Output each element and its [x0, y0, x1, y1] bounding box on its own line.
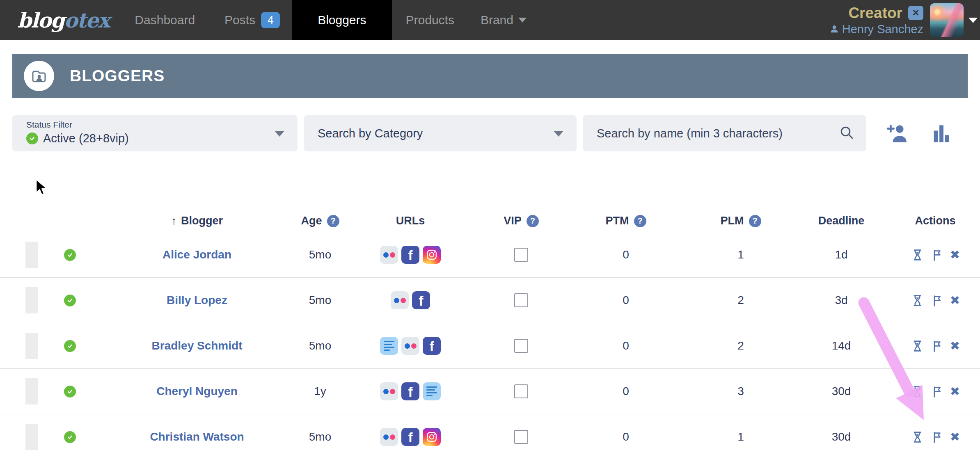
snooze-hourglass-icon[interactable] — [911, 430, 924, 444]
row-actions: ✖ — [891, 278, 980, 323]
drag-handle[interactable] — [25, 333, 38, 359]
vip-checkbox[interactable] — [514, 339, 528, 353]
active-status-icon — [64, 340, 76, 352]
nav-item-posts[interactable]: Posts 4 — [224, 12, 280, 28]
bloggers-folder-icon — [24, 61, 54, 91]
snooze-hourglass-icon[interactable] — [911, 294, 924, 307]
article-icon[interactable] — [423, 382, 441, 400]
flag-icon[interactable] — [930, 430, 944, 444]
nav-label-dashboard: Dashboard — [135, 13, 195, 27]
table-row: Billy Lopez 5mo f 0 2 3d ✖ — [0, 278, 980, 323]
nav-item-bloggers[interactable]: Bloggers — [292, 0, 392, 40]
delete-x-icon[interactable]: ✖ — [950, 384, 960, 398]
header-vip: VIP ? — [480, 210, 562, 232]
flickr-icon[interactable] — [380, 428, 398, 446]
user-menu-chevron-icon[interactable] — [969, 18, 978, 23]
top-nav: blogotex Dashboard Posts 4 Bloggers Prod… — [0, 0, 980, 40]
facebook-icon[interactable]: f — [412, 291, 430, 309]
url-icons: f — [341, 232, 480, 277]
status-filter-dropdown[interactable]: Status Filter Active (28+8vip) — [12, 115, 298, 151]
app-logo[interactable]: blogotex — [17, 8, 109, 32]
table-row: Bradley Schmidt 5mo f 0 2 14d ✖ — [0, 323, 980, 369]
stats-chart-icon[interactable] — [932, 115, 951, 151]
drag-handle[interactable] — [25, 378, 38, 404]
table-row: Alice Jordan 5mo f 0 1 1d ✖ — [0, 232, 980, 278]
header-spacer — [0, 210, 45, 232]
facebook-icon[interactable]: f — [401, 428, 419, 446]
nav-item-brand[interactable]: Brand — [481, 13, 527, 27]
vip-checkbox[interactable] — [514, 293, 528, 307]
header-blogger[interactable]: ↑ Blogger — [94, 210, 300, 232]
add-blogger-icon[interactable] — [886, 115, 908, 151]
category-filter-dropdown[interactable]: Search by Category — [304, 115, 577, 151]
logo-text-otex: otex — [64, 8, 109, 32]
table-header: ↑ Blogger Age ? URLs VIP ? PTM ? PLM ? D… — [0, 210, 980, 232]
blogger-name-link[interactable]: Billy Lopez — [167, 294, 227, 307]
flickr-icon[interactable] — [401, 337, 419, 355]
row-actions: ✖ — [891, 369, 980, 414]
ptm-help-icon[interactable]: ? — [634, 215, 646, 227]
section-header: BLOGGERS — [12, 54, 968, 98]
flickr-icon[interactable] — [391, 291, 409, 309]
snooze-hourglass-icon[interactable] — [911, 339, 924, 353]
vip-checkbox[interactable] — [514, 248, 528, 262]
header-age: Age ? — [300, 210, 341, 232]
drag-handle[interactable] — [25, 424, 38, 450]
facebook-icon[interactable]: f — [423, 337, 441, 355]
facebook-icon[interactable]: f — [401, 246, 419, 264]
search-input[interactable] — [597, 127, 833, 140]
blogger-name-link[interactable]: Alice Jordan — [163, 248, 231, 261]
delete-x-icon[interactable]: ✖ — [950, 430, 960, 444]
header-ptm: PTM ? — [562, 210, 689, 232]
vip-help-icon[interactable]: ? — [527, 215, 539, 227]
flag-icon[interactable] — [930, 385, 944, 398]
instagram-icon[interactable] — [423, 428, 441, 446]
plm-value: 1 — [737, 248, 744, 261]
header-urls: URLs — [341, 210, 480, 232]
role-close-icon[interactable]: × — [908, 6, 923, 20]
delete-x-icon[interactable]: ✖ — [950, 293, 960, 307]
flag-icon[interactable] — [930, 339, 944, 353]
search-icon[interactable] — [838, 124, 855, 142]
vip-checkbox[interactable] — [514, 384, 528, 398]
flickr-icon[interactable] — [380, 382, 398, 400]
drag-handle[interactable] — [25, 287, 38, 313]
delete-x-icon[interactable]: ✖ — [950, 339, 960, 353]
flag-icon[interactable] — [930, 248, 944, 262]
bloggers-page: blogotex Dashboard Posts 4 Bloggers Prod… — [0, 0, 980, 457]
age-help-icon[interactable]: ? — [327, 215, 339, 227]
nav-label-brand: Brand — [481, 13, 513, 27]
delete-x-icon[interactable]: ✖ — [950, 248, 960, 262]
person-icon — [830, 25, 839, 34]
chevron-down-icon — [554, 131, 563, 137]
nav-item-dashboard[interactable]: Dashboard — [135, 13, 195, 27]
table-row: Cheryl Nguyen 1y f 0 3 30d ✖ — [0, 369, 980, 414]
article-icon[interactable] — [380, 337, 398, 355]
deadline-value: 30d — [832, 385, 851, 398]
instagram-icon[interactable] — [423, 246, 441, 264]
flag-icon[interactable] — [930, 294, 944, 307]
deadline-value: 14d — [832, 339, 851, 352]
plm-value: 2 — [737, 294, 744, 307]
blogger-name-link[interactable]: Christian Watson — [150, 430, 244, 443]
nav-item-products[interactable]: Products — [406, 13, 454, 27]
flickr-icon[interactable] — [380, 246, 398, 264]
vip-checkbox[interactable] — [514, 430, 528, 444]
active-status-icon — [64, 295, 76, 306]
plm-help-icon[interactable]: ? — [749, 215, 761, 227]
deadline-value: 30d — [832, 430, 851, 443]
url-icons: f — [341, 278, 480, 323]
avatar[interactable] — [930, 3, 964, 37]
blogger-name-link[interactable]: Bradley Schmidt — [152, 339, 243, 352]
facebook-icon[interactable]: f — [401, 382, 419, 400]
deadline-value: 1d — [835, 248, 847, 261]
header-plm: PLM ? — [689, 210, 792, 232]
snooze-hourglass-icon[interactable] — [911, 385, 924, 398]
drag-handle[interactable] — [25, 242, 38, 268]
user-info: Creator × Henry Sanchez — [830, 5, 923, 36]
status-filter-label: Status Filter — [26, 120, 298, 130]
snooze-hourglass-icon[interactable] — [911, 248, 924, 262]
header-actions: Actions — [891, 210, 980, 232]
ptm-value: 0 — [623, 294, 629, 307]
blogger-name-link[interactable]: Cheryl Nguyen — [156, 385, 238, 398]
